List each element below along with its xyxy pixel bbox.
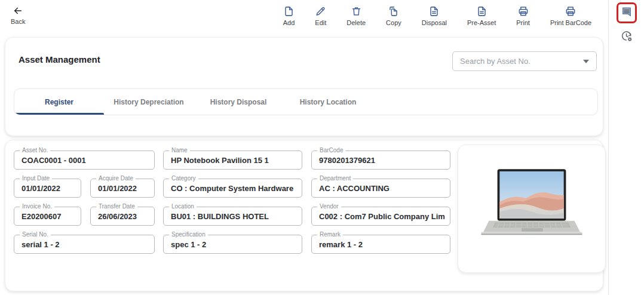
tab-history-disposal-label: History Disposal [210,98,267,106]
invoice-no-value: E20200607 [22,207,76,225]
acquire-date-field[interactable]: Acquire Date 01/01/2022 [90,179,155,198]
delete-button[interactable]: Delete [346,5,366,26]
department-field[interactable]: Department AC : ACCOUNTING [311,179,450,198]
tab-history-depreciation-label: History Depreciation [114,98,183,106]
name-field[interactable]: Name HP Notebook Pavilion 15 1 [163,150,302,170]
tab-register-label: Register [45,98,73,106]
search-placeholder: Search by Asset No. [460,57,578,66]
acquire-date-value: 01/01/2022 [98,179,149,197]
department-value: AC : ACCOUNTING [319,179,445,197]
product-image-card [458,145,606,273]
chevron-down-icon [583,60,589,63]
transfer-date-field[interactable]: Transfer Date 26/06/2023 [90,207,155,226]
vendor-field[interactable]: Vendor C002 : Com7 Public Company Limite… [311,207,450,226]
add-button[interactable]: Add [283,5,295,26]
vendor-value: C002 : Com7 Public Company Limited [319,207,445,225]
print-button[interactable]: Print [516,5,530,26]
disposal-button[interactable]: Disposal [422,5,447,26]
input-date-field[interactable]: Input Date 01/01/2022 [14,179,81,198]
right-rail [608,0,644,295]
print-barcode-button[interactable]: Print BarCode [550,5,591,26]
pre-asset-file-icon [476,5,487,17]
specification-value: spec 1 - 2 [171,235,297,253]
comment-button-highlighted[interactable] [617,2,637,23]
category-value: CO : Computer System Hardware [171,179,297,197]
asset-no-field[interactable]: Asset No. COAC0001 - 0001 [14,150,155,170]
copy-button[interactable]: Copy [386,5,401,26]
specification-field[interactable]: Specification spec 1 - 2 [163,235,302,254]
toolbar: Back Add Edit Delete [0,0,608,35]
comment-icon [621,6,633,20]
disposal-label: Disposal [422,19,447,26]
tab-history-location[interactable]: History Location [283,89,373,115]
tab-history-location-label: History Location [300,98,357,106]
serial-no-field[interactable]: Serial No. serial 1 - 2 [14,235,155,254]
print-icon [565,5,576,17]
transfer-date-value: 26/06/2023 [98,207,149,225]
page-title: Asset Management [19,54,100,64]
back-button[interactable]: Back [11,5,25,25]
location-value: BU01 : BUILDINGS HOTEL [171,207,297,225]
history-settings-button[interactable] [620,30,633,45]
tab-register[interactable]: Register [14,89,104,115]
barcode-value: 9780201379621 [319,151,445,169]
edit-label: Edit [315,19,326,26]
edit-button[interactable]: Edit [315,5,326,26]
add-file-icon [283,5,295,17]
barcode-field[interactable]: BarCode 9780201379621 [311,150,450,170]
invoice-no-field[interactable]: Invoice No. E20200607 [14,207,81,226]
name-value: HP Notebook Pavilion 15 1 [171,151,297,169]
disposal-file-icon [428,5,440,17]
asset-search-select[interactable]: Search by Asset No. [452,51,597,71]
location-field[interactable]: Location BU01 : BUILDINGS HOTEL [163,207,302,226]
toolbar-actions: Add Edit Delete Copy [283,5,591,26]
input-date-value: 01/01/2022 [22,179,76,197]
add-label: Add [283,19,295,26]
remark-field[interactable]: Remark remark 1 - 2 [311,235,450,254]
copy-label: Copy [386,19,401,26]
copy-icon [388,5,399,17]
print-label: Print [516,19,530,26]
serial-no-value: serial 1 - 2 [22,235,149,253]
asset-no-value: COAC0001 - 0001 [22,151,149,169]
delete-label: Delete [346,19,366,26]
delete-trash-icon [351,5,362,17]
back-arrow-icon [12,5,24,16]
header-card: Asset Management Search by Asset No. Reg… [5,37,603,136]
history-settings-icon [620,30,633,45]
print-barcode-label: Print BarCode [550,19,591,26]
tab-bar: Register History Depreciation History Di… [14,88,598,115]
category-field[interactable]: Category CO : Computer System Hardware [163,179,302,198]
edit-pencil-icon [315,5,326,17]
pre-asset-label: Pre-Asset [467,19,496,26]
laptop-product-photo [469,161,594,257]
register-form-card: Asset No. COAC0001 - 0001 Name HP Notebo… [5,140,603,291]
tab-history-disposal[interactable]: History Disposal [194,89,283,115]
back-label: Back [11,18,25,25]
asset-management-screen: Back Add Edit Delete [0,0,644,295]
tab-history-depreciation[interactable]: History Depreciation [104,89,194,115]
print-icon [517,5,529,17]
remark-value: remark 1 - 2 [319,235,445,253]
pre-asset-button[interactable]: Pre-Asset [467,5,496,26]
